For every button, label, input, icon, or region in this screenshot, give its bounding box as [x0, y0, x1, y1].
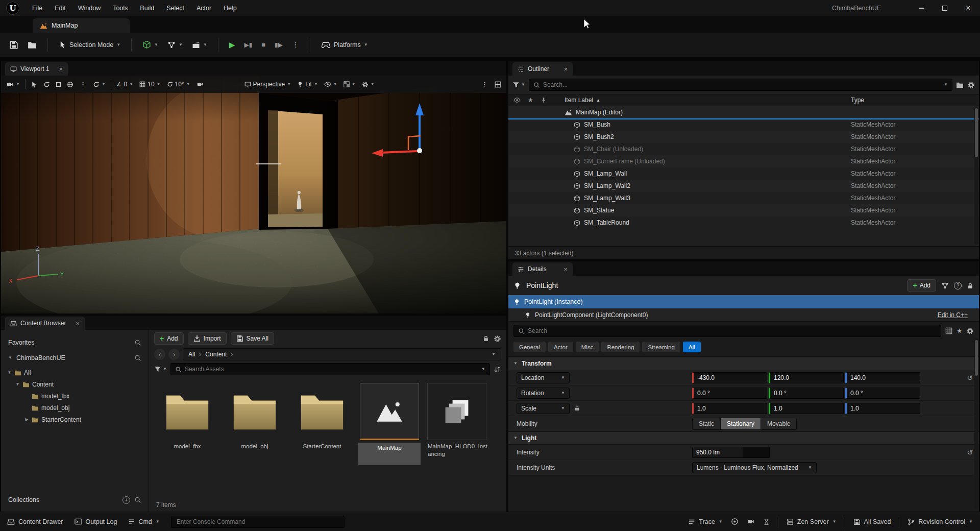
menu-actor[interactable]: Actor: [191, 3, 217, 14]
outliner-row-mainmap-editor[interactable]: MainMap (Editor): [508, 106, 979, 118]
tree-item-content[interactable]: ▼Content: [7, 379, 149, 390]
asset-search-input[interactable]: [185, 366, 478, 373]
output-log-button[interactable]: Output Log: [75, 518, 117, 525]
screenshot-button[interactable]: [747, 518, 755, 525]
play-options-button[interactable]: ⋮: [289, 38, 302, 52]
all-saved-button[interactable]: All Saved: [853, 518, 891, 525]
tab-mainmap[interactable]: MainMap: [33, 18, 130, 33]
selection-mode-dropdown[interactable]: Selection Mode ▼: [56, 38, 124, 52]
add-component-button[interactable]: +Add: [907, 279, 936, 292]
mobility-stationary-button[interactable]: Stationary: [721, 418, 761, 429]
chevron-down-icon[interactable]: ▼: [944, 83, 948, 87]
outliner-row-sm-cornerframe[interactable]: SM_CornerFrame (Unloaded) StaticMeshActo…: [508, 155, 979, 167]
viewport-3d-scene[interactable]: Z X Y: [1, 76, 506, 313]
location-x-field[interactable]: -430.0: [692, 372, 767, 383]
close-button[interactable]: ×: [957, 0, 980, 16]
sort-view-button[interactable]: [494, 366, 501, 373]
import-button[interactable]: Import: [188, 332, 227, 345]
menu-select[interactable]: Select: [161, 3, 190, 14]
forward-button[interactable]: ›: [168, 349, 180, 360]
perspective-dropdown[interactable]: Perspective▼: [242, 79, 294, 90]
rotation-snap-button[interactable]: 10°▼: [164, 79, 193, 90]
grid-snap-button[interactable]: 10▼: [137, 79, 163, 90]
scale-lock-icon[interactable]: [574, 405, 580, 412]
section-transform[interactable]: ▼ Transform: [508, 357, 979, 370]
content-browser-close-icon[interactable]: ×: [69, 320, 80, 327]
filter-tab-rendering[interactable]: Rendering: [601, 342, 640, 352]
chevron-down-icon[interactable]: ▼: [481, 367, 485, 371]
add-content-button[interactable]: +Add: [154, 332, 184, 345]
breadcrumb-all[interactable]: All: [188, 351, 195, 358]
pin-icon[interactable]: [541, 97, 547, 103]
menu-tools[interactable]: Tools: [107, 3, 133, 14]
mobility-static-button[interactable]: Static: [693, 418, 721, 429]
collections-section[interactable]: Collections +: [1, 492, 149, 508]
tree-item-model-fbx[interactable]: model_fbx: [7, 391, 149, 401]
blueprints-button[interactable]: ▼: [164, 38, 186, 52]
minimize-button[interactable]: [910, 0, 933, 16]
save-button[interactable]: [6, 37, 21, 53]
details-search-box[interactable]: [513, 325, 941, 337]
reset-location-button[interactable]: ↺: [965, 374, 975, 382]
rotation-y-field[interactable]: 0.0 °: [769, 388, 844, 399]
zen-server-dropdown[interactable]: Zen Server ▼: [787, 518, 837, 525]
help-button[interactable]: ?: [954, 282, 962, 289]
back-button[interactable]: ‹: [154, 349, 165, 360]
rotation-z-field[interactable]: 0.0 °: [845, 388, 920, 399]
cinematics-button[interactable]: ▼: [189, 38, 210, 52]
menu-window[interactable]: Window: [72, 3, 106, 14]
add-collection-icon[interactable]: +: [122, 496, 130, 504]
stop-button[interactable]: ■: [258, 38, 268, 52]
transform-more-button[interactable]: ⋮: [77, 79, 89, 90]
tree-item-startercontent[interactable]: ▶StarterContent: [7, 415, 149, 425]
filter-button[interactable]: ▼: [154, 366, 167, 373]
mobility-movable-button[interactable]: Movable: [761, 418, 796, 429]
outliner-tab-close-icon[interactable]: ×: [557, 65, 568, 73]
asset-search-box[interactable]: ▼: [170, 363, 490, 375]
outliner-filter-button[interactable]: ▼: [512, 81, 525, 88]
chevron-down-icon[interactable]: ▼: [8, 356, 12, 360]
favorites-filter-button[interactable]: ★: [957, 327, 962, 334]
outliner-settings-button[interactable]: [967, 81, 975, 89]
show-flags-button[interactable]: ▼: [322, 79, 340, 90]
filter-tab-streaming[interactable]: Streaming: [642, 342, 680, 352]
intensity-units-dropdown[interactable]: Lumens - Luminous Flux, Normalized ▼: [692, 462, 817, 473]
component-row-lightcomponent[interactable]: PointLightComponent (LightComponent0) Ed…: [508, 308, 979, 322]
add-actor-button[interactable]: ▼: [139, 37, 161, 52]
asset-model-fbx[interactable]: model_fbx: [156, 383, 218, 450]
intensity-spinner[interactable]: [743, 447, 769, 457]
rotation-dropdown[interactable]: Rotation▼: [517, 388, 570, 399]
advance-button[interactable]: ▮▶: [272, 38, 286, 52]
lock-details-button[interactable]: [967, 281, 974, 290]
scrollbar-thumb[interactable]: [975, 340, 978, 376]
insights-button[interactable]: [731, 518, 739, 525]
menu-build[interactable]: Build: [134, 3, 160, 14]
world-space-button[interactable]: [64, 79, 76, 90]
details-settings-button[interactable]: [966, 327, 974, 335]
save-all-button[interactable]: Save All: [231, 332, 274, 345]
outliner-row-sm-lamp-wall3[interactable]: SM_Lamp_Wall3 StaticMeshActor: [508, 192, 979, 204]
scale-dropdown[interactable]: Scale▼: [517, 403, 570, 414]
section-light[interactable]: ▼ Light: [508, 431, 979, 445]
details-tab-close-icon[interactable]: ×: [557, 266, 568, 273]
content-drawer-button[interactable]: Content Drawer: [7, 518, 63, 525]
skip-button[interactable]: ▶▮: [241, 38, 255, 52]
outliner-search-box[interactable]: ▼: [529, 79, 952, 91]
filter-tab-actor[interactable]: Actor: [548, 342, 573, 352]
convert-blueprint-button[interactable]: [941, 281, 949, 290]
outliner-row-sm-lamp-wall2[interactable]: SM_Lamp_Wall2 StaticMeshActor: [508, 180, 979, 192]
play-button[interactable]: ▶: [226, 37, 238, 53]
content-browser-tab[interactable]: Content Browser ×: [5, 317, 85, 330]
column-item-label[interactable]: Item Label▲: [565, 96, 600, 104]
location-z-field[interactable]: 140.0: [845, 372, 920, 383]
viewport-more-button[interactable]: ⋮: [479, 79, 491, 90]
scale-x-field[interactable]: 1.0: [692, 403, 767, 414]
star-icon[interactable]: ★: [528, 96, 533, 104]
maximize-button[interactable]: [933, 0, 957, 16]
breadcrumb[interactable]: All › Content › ▼: [183, 348, 501, 360]
chevron-down-icon[interactable]: ▼: [492, 352, 496, 356]
outliner-row-sm-bush[interactable]: SM_Bush StaticMeshActor: [508, 118, 979, 131]
outliner-search-input[interactable]: [543, 81, 941, 88]
view-mode-dropdown[interactable]: Lit▼: [295, 79, 321, 90]
asset-mainmap-hlod[interactable]: MainMap_HLOD0_Instancing: [426, 383, 488, 458]
